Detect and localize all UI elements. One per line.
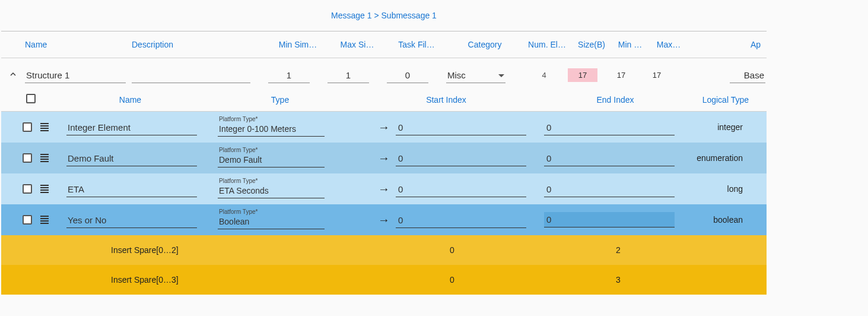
- structure-row: 4 17 17 17: [1, 58, 767, 88]
- col-min[interactable]: Min …: [612, 40, 648, 49]
- select-all-checkbox[interactable]: [26, 94, 36, 103]
- drag-handle-icon[interactable]: [40, 185, 49, 193]
- col-task-fil[interactable]: Task Fil…: [387, 40, 446, 49]
- go-to-type-button[interactable]: →: [372, 213, 396, 227]
- col-category[interactable]: Category: [446, 40, 523, 49]
- logical-type: long: [681, 184, 767, 194]
- col-end-index[interactable]: End Index: [541, 95, 689, 105]
- row-checkbox[interactable]: [23, 184, 32, 194]
- structure-desc-input[interactable]: [132, 67, 250, 83]
- col-element-type[interactable]: Type: [200, 95, 360, 105]
- spare-label: Insert Spare[0…2]: [1, 245, 369, 255]
- end-index-input[interactable]: [544, 212, 675, 227]
- structure-size-warning: 17: [568, 68, 597, 82]
- drag-handle-icon[interactable]: [40, 123, 49, 131]
- col-element-name[interactable]: Name: [43, 95, 218, 105]
- element-name-input[interactable]: [66, 211, 197, 228]
- spare-start: 0: [363, 275, 541, 285]
- breadcrumb-sep: >: [374, 11, 379, 20]
- col-size[interactable]: Size(B): [571, 40, 612, 49]
- platform-type-label: Platform Type*: [219, 178, 257, 184]
- logical-type: enumeration: [681, 153, 767, 163]
- spare-label: Insert Spare[0…3]: [1, 275, 369, 285]
- structure-maxsi-input[interactable]: [328, 67, 369, 83]
- start-index-input[interactable]: [396, 181, 526, 197]
- breadcrumb-message[interactable]: Message 1: [331, 11, 371, 20]
- spare-end: 2: [547, 245, 689, 255]
- drag-handle-icon[interactable]: [40, 216, 49, 224]
- go-to-type-button[interactable]: →: [372, 182, 396, 196]
- col-max[interactable]: Max…: [648, 40, 689, 49]
- end-index-input[interactable]: [544, 150, 675, 166]
- element-row: Platform Type* → long: [1, 173, 767, 204]
- platform-type-label: Platform Type*: [219, 208, 257, 215]
- col-description[interactable]: Description: [132, 40, 268, 49]
- element-row: Platform Type* → enumeration: [1, 143, 767, 173]
- col-ap[interactable]: Ap: [689, 40, 767, 49]
- end-index-input[interactable]: [544, 181, 675, 197]
- end-index-input[interactable]: [544, 119, 675, 135]
- chevron-up-icon: [8, 69, 18, 79]
- row-checkbox[interactable]: [23, 153, 32, 163]
- structure-num-el: 4: [529, 71, 559, 80]
- col-name[interactable]: Name: [25, 40, 132, 49]
- logical-type: boolean: [681, 215, 767, 225]
- logical-type: integer: [681, 122, 767, 132]
- insert-spare-row[interactable]: Insert Spare[0…3] 0 3: [1, 265, 767, 295]
- element-name-input[interactable]: [66, 181, 197, 197]
- structure-max: 17: [645, 71, 669, 80]
- go-to-type-button[interactable]: →: [372, 151, 396, 165]
- spare-end: 3: [547, 275, 689, 285]
- start-index-input[interactable]: [396, 119, 526, 135]
- insert-spare-row[interactable]: Insert Spare[0…2] 0 2: [1, 235, 767, 265]
- breadcrumb: Message 1 > Submessage 1: [1, 0, 767, 31]
- row-checkbox[interactable]: [23, 215, 32, 225]
- go-to-type-button[interactable]: →: [372, 121, 396, 134]
- breadcrumb-submessage[interactable]: Submessage 1: [381, 11, 437, 20]
- element-name-input[interactable]: [66, 119, 197, 135]
- col-min-sim[interactable]: Min Sim…: [268, 40, 328, 49]
- collapse-toggle[interactable]: [1, 69, 25, 81]
- col-max-si[interactable]: Max Si…: [328, 40, 387, 49]
- element-name-input[interactable]: [66, 150, 197, 166]
- structure-minsim-input[interactable]: [268, 67, 310, 83]
- element-row: Platform Type* → boolean: [1, 204, 767, 235]
- platform-type-label: Platform Type*: [219, 116, 257, 122]
- start-index-input[interactable]: [396, 150, 526, 166]
- structure-name-input[interactable]: [25, 67, 126, 83]
- structure-task-input[interactable]: [387, 67, 428, 83]
- row-checkbox[interactable]: [23, 122, 32, 132]
- structure-category-select[interactable]: [446, 67, 505, 83]
- element-column-headers: Name Type Start Index End Index Logical …: [1, 88, 767, 112]
- col-num-el[interactable]: Num. El…: [523, 40, 571, 49]
- platform-type-label: Platform Type*: [219, 147, 257, 153]
- start-index-input[interactable]: [396, 211, 526, 228]
- structure-min: 17: [609, 71, 633, 80]
- drag-handle-icon[interactable]: [40, 154, 49, 162]
- structure-column-headers: Name Description Min Sim… Max Si… Task F…: [1, 31, 767, 58]
- col-start-index[interactable]: Start Index: [363, 95, 529, 105]
- structure-taxonomy-input[interactable]: [730, 67, 765, 83]
- element-row: Platform Type* → integer: [1, 112, 767, 143]
- spare-start: 0: [363, 245, 541, 255]
- col-logical-type[interactable]: Logical Type: [692, 95, 767, 105]
